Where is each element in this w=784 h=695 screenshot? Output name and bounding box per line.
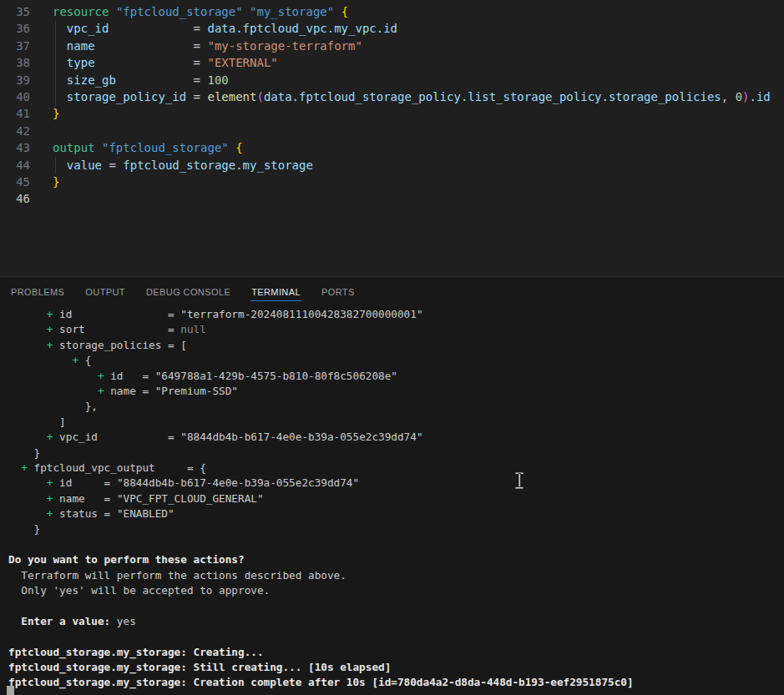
terminal-line: ]: [8, 415, 784, 430]
code-text: size_gb = 100: [53, 72, 229, 88]
code-line[interactable]: 36 vpc_id = data.fptcloud_vpc.my_vpc.id: [0, 20, 784, 37]
panel-tab-bar: PROBLEMSOUTPUTDEBUG CONSOLETERMINALPORTS: [0, 277, 784, 307]
code-line[interactable]: 46: [0, 190, 784, 207]
panel-tab-ports[interactable]: PORTS: [321, 284, 356, 300]
code-line[interactable]: 35resource "fptcloud_storage" "my_storag…: [0, 3, 784, 20]
terminal-line: + name = "Premium-SSD": [8, 384, 784, 399]
code-line[interactable]: 40 storage_policy_id = element(data.fptc…: [0, 88, 784, 105]
code-text: vpc_id = data.fptcloud_vpc.my_vpc.id: [53, 20, 397, 37]
code-line[interactable]: 38 type = "EXTERNAL": [0, 54, 784, 71]
code-text: resource "fptcloud_storage" "my_storage"…: [53, 3, 348, 20]
terminal-cursor: [7, 686, 14, 695]
terminal-line: [8, 537, 784, 552]
line-number: 40: [0, 88, 30, 105]
code-editor[interactable]: 35resource "fptcloud_storage" "my_storag…: [0, 0, 784, 276]
code-text: value = fptcloud_storage.my_storage: [53, 157, 313, 174]
terminal-line: + id = "649788a1-429b-4575-b810-80f8c506…: [8, 369, 784, 384]
code-text: }: [53, 174, 59, 190]
terminal-lines: + id = "terraform-2024081110042838270000…: [8, 307, 784, 691]
mouse-ibeam-cursor: [513, 471, 526, 490]
terminal-line: Only 'yes' will be accepted to approve.: [8, 583, 784, 598]
code-line[interactable]: 43output "fptcloud_storage" {: [0, 139, 784, 156]
line-number: 41: [0, 105, 30, 122]
terminal-line: + sort = null: [8, 322, 784, 337]
editor-lines: 35resource "fptcloud_storage" "my_storag…: [0, 0, 784, 208]
terminal-line: [8, 598, 784, 613]
panel-tab-debug-console[interactable]: DEBUG CONSOLE: [145, 284, 231, 300]
panel-tab-terminal[interactable]: TERMINAL: [250, 284, 301, 301]
terminal-line: Do you want to perform these actions?: [8, 552, 784, 567]
terminal-line: + vpc_id = "8844db4b-b617-4e0e-b39a-055e…: [8, 430, 784, 445]
panel-tab-problems[interactable]: PROBLEMS: [10, 284, 65, 300]
terminal-line: [8, 629, 784, 644]
bottom-panel: PROBLEMSOUTPUTDEBUG CONSOLETERMINALPORTS…: [0, 276, 784, 695]
terminal-line: fptcloud_storage.my_storage: Creation co…: [8, 675, 784, 690]
line-number: 39: [0, 72, 30, 88]
terminal-line: + fptcloud_vpc_output = {: [8, 461, 784, 476]
code-text: storage_policy_id = element(data.fptclou…: [53, 88, 771, 105]
code-line[interactable]: 41}: [0, 105, 784, 122]
line-number: 46: [0, 190, 30, 207]
line-number: 36: [0, 20, 30, 37]
code-line[interactable]: 45}: [0, 174, 784, 190]
code-line[interactable]: 39 size_gb = 100: [0, 72, 784, 88]
indent-guide: [55, 157, 56, 174]
code-text: type = "EXTERNAL": [53, 54, 278, 71]
line-number: 37: [0, 38, 30, 54]
terminal-line: }: [8, 521, 784, 536]
terminal-line: }: [8, 446, 784, 461]
terminal-line: },: [8, 399, 784, 414]
indent-guide: [55, 21, 56, 106]
terminal-line: + id = "8844db4b-b617-4e0e-b39a-055e2c39…: [8, 476, 784, 491]
terminal-line: + id = "terraform-2024081110042838270000…: [8, 307, 784, 322]
line-number: 35: [0, 3, 30, 20]
line-number: 43: [0, 139, 30, 156]
code-text: }: [53, 105, 59, 122]
terminal-output[interactable]: + id = "terraform-2024081110042838270000…: [0, 307, 784, 695]
terminal-line: + {: [8, 353, 784, 368]
code-line[interactable]: 42: [0, 123, 784, 139]
vscode-window: 35resource "fptcloud_storage" "my_storag…: [0, 0, 784, 695]
terminal-line: + storage_policies = [: [8, 338, 784, 353]
terminal-line: fptcloud_storage.my_storage: Still creat…: [8, 660, 784, 675]
panel-tab-output[interactable]: OUTPUT: [84, 284, 126, 300]
terminal-line: Terraform will perform the actions descr…: [8, 568, 784, 583]
code-text: output "fptcloud_storage" {: [53, 139, 243, 156]
terminal-line: Enter a value: yes: [8, 614, 784, 629]
line-number: 38: [0, 54, 30, 71]
code-text: name = "my-storage-terraform": [53, 38, 362, 54]
terminal-line: + status = "ENABLED": [8, 506, 784, 521]
line-number: 44: [0, 157, 30, 174]
line-number: 45: [0, 174, 30, 190]
terminal-line: + name = "VPC_FPT_CLOUD_GENERAL": [8, 491, 784, 506]
line-number: 42: [0, 123, 30, 139]
code-line[interactable]: 44 value = fptcloud_storage.my_storage: [0, 157, 784, 174]
terminal-line: fptcloud_storage.my_storage: Creating...: [8, 645, 784, 660]
code-line[interactable]: 37 name = "my-storage-terraform": [0, 38, 784, 54]
